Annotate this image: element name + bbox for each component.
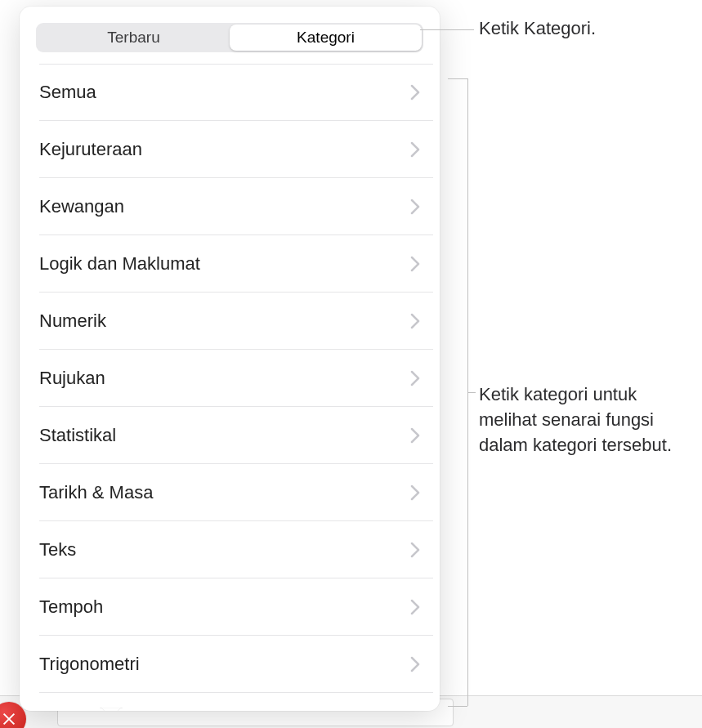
list-item[interactable]: Numerik: [39, 293, 433, 350]
list-item-label: Trigonometri: [39, 654, 140, 675]
functions-popover: Terbaru Kategori Semua Kejuruteraan Kewa…: [20, 7, 440, 711]
list-item[interactable]: Kejuruteraan: [39, 121, 433, 178]
tab-category-label: Kategori: [297, 29, 355, 47]
list-item[interactable]: Rujukan: [39, 350, 433, 407]
callout-tap-category: Ketik Kategori.: [479, 16, 596, 42]
callout-leader: [420, 29, 474, 30]
callout-leader: [448, 78, 467, 79]
callout-text: Ketik kategori untuk melihat senarai fun…: [479, 384, 672, 455]
callout-leader: [448, 706, 467, 707]
chevron-right-icon: [410, 256, 420, 272]
list-item-label: Numerik: [39, 310, 106, 332]
chevron-right-icon: [410, 370, 420, 386]
list-item-label: Tarikh & Masa: [39, 482, 153, 503]
list-item-label: Kewangan: [39, 196, 124, 217]
segmented-control: Terbaru Kategori: [36, 23, 423, 52]
chevron-right-icon: [410, 542, 420, 558]
callout-tap-list: Ketik kategori untuk melihat senarai fun…: [479, 382, 691, 458]
list-item-label: Logik dan Maklumat: [39, 253, 200, 275]
list-item[interactable]: Tempoh: [39, 578, 433, 636]
tab-recent[interactable]: Terbaru: [38, 25, 230, 51]
list-item[interactable]: Logik dan Maklumat: [39, 235, 433, 293]
chevron-right-icon: [410, 656, 420, 672]
chevron-right-icon: [410, 485, 420, 501]
chevron-right-icon: [410, 427, 420, 444]
list-item[interactable]: Semua: [39, 64, 433, 121]
category-list: Semua Kejuruteraan Kewangan Logik dan Ma…: [20, 64, 440, 711]
list-item-label: Statistikal: [39, 425, 116, 446]
list-item[interactable]: Tarikh & Masa: [39, 464, 433, 521]
chevron-right-icon: [410, 599, 420, 615]
tab-category[interactable]: Kategori: [230, 25, 422, 51]
list-item[interactable]: Kewangan: [39, 178, 433, 235]
popover-tail: [100, 708, 123, 711]
list-item[interactable]: Trigonometri: [39, 636, 433, 693]
callout-leader: [467, 392, 476, 393]
list-item-label: Rujukan: [39, 368, 105, 389]
list-item-label: Tempoh: [39, 596, 103, 618]
chevron-right-icon: [410, 141, 420, 158]
chevron-right-icon: [410, 313, 420, 329]
list-item-label: Teks: [39, 539, 76, 561]
chevron-right-icon: [410, 84, 420, 100]
chevron-right-icon: [410, 199, 420, 215]
list-item[interactable]: Statistikal: [39, 407, 433, 464]
list-item-label: Semua: [39, 82, 96, 103]
tab-recent-label: Terbaru: [107, 29, 159, 47]
list-item[interactable]: Teks: [39, 521, 433, 578]
callout-text: Ketik Kategori.: [479, 18, 596, 38]
list-item-label: Kejuruteraan: [39, 139, 142, 160]
